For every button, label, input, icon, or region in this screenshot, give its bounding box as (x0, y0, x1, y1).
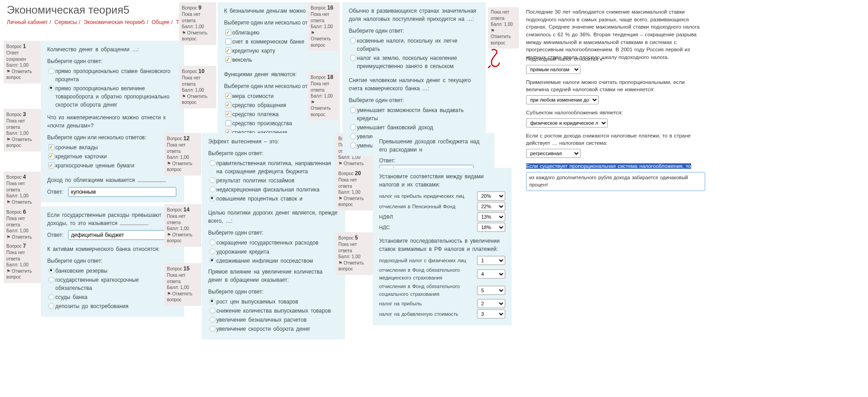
checkbox[interactable] (49, 153, 54, 159)
qbox-18: Вопрос 18 Пока нет ответаБалл: 1,00 Отме… (308, 72, 339, 120)
flag-q16[interactable]: Отметить вопрос (311, 30, 336, 49)
radio[interactable] (210, 160, 215, 166)
flag-q18[interactable]: Отметить вопрос (311, 99, 336, 118)
qbox-14: Вопрос 14 Пока нет ответаБалл: 1,00 Отме… (164, 204, 201, 247)
text-passage: Последние 30 лет наблюдается снижение ма… (526, 8, 705, 61)
qbox-16: Вопрос 16 Пока нет ответаБалл: 1,00 Отме… (308, 2, 339, 51)
match-sel[interactable]: 20% (477, 191, 505, 201)
radio[interactable] (350, 133, 356, 139)
radio[interactable] (350, 124, 356, 130)
flag-q1[interactable]: Отметить вопрос (6, 69, 38, 81)
answer-q6[interactable] (68, 230, 176, 240)
radio[interactable] (49, 277, 54, 283)
radio[interactable] (350, 38, 356, 44)
radio[interactable] (210, 186, 215, 192)
radio[interactable] (350, 107, 356, 113)
page-title: Экономическая теория5 (7, 4, 129, 16)
dd-4[interactable]: регрессивная (526, 149, 580, 158)
seq-sel[interactable]: 2 (477, 299, 505, 308)
radio[interactable] (210, 240, 215, 245)
qbox-20: Вопрос 20 Пока нет ответаБалл: 1,00 Отме… (336, 168, 373, 211)
flag-q12[interactable]: Отметить вопрос (167, 161, 199, 173)
radio[interactable] (49, 268, 54, 274)
radio[interactable] (210, 177, 215, 183)
qbox-12: Вопрос 12 Пока нет ответаБалл: 1,00 Отме… (164, 133, 201, 176)
flag-q20[interactable]: Отметить вопрос (338, 196, 370, 208)
radio[interactable] (210, 249, 215, 255)
radio[interactable] (210, 317, 215, 323)
answer-box: из каждого дополнительного рубля дохода … (526, 172, 705, 191)
crumb-0[interactable]: Личный кабинет (7, 19, 48, 25)
radio[interactable] (350, 142, 356, 148)
checkbox[interactable] (225, 111, 231, 117)
flag-x[interactable]: Отметить вопрос (491, 28, 516, 46)
dd-2[interactable]: при любом изменении дохода (526, 95, 599, 104)
flag-q3[interactable]: Отметить вопрос (6, 137, 38, 149)
qbox-1: Вопрос 1 Ответ сохраненБалл: 1,00 Отмети… (4, 41, 41, 83)
match-sel[interactable]: 13% (477, 212, 505, 221)
flag-q9[interactable]: Отметить вопрос (182, 30, 214, 42)
match-sel[interactable]: 22% (477, 202, 505, 211)
flag-q7[interactable]: Отметить вопрос (6, 268, 38, 280)
card-q15: Прямое влияние на увеличение количества … (202, 263, 345, 339)
seq-sel[interactable]: 1 (477, 256, 505, 265)
qbox-3: Вопрос 3 Пока нет ответаБалл: 1,00 Отмет… (4, 109, 41, 152)
card-q7: К активам коммерческого банка относятся:… (41, 240, 184, 317)
seq-sel[interactable]: 4 (477, 270, 505, 279)
radio[interactable] (210, 299, 215, 304)
qbox-x: Пока нет ответаБалл: 1,00 Отметить вопро… (488, 7, 519, 49)
highlighted-text: Если существует пропорциональная система… (526, 163, 691, 169)
qbox-10: Вопрос 10 Пока нет ответаБалл: 1,00 Отме… (179, 66, 216, 108)
radio[interactable] (49, 303, 54, 309)
checkbox[interactable] (225, 102, 231, 108)
checkbox[interactable] (225, 29, 231, 35)
checkbox[interactable] (49, 162, 54, 168)
card-q6: Если государственные расходы превышают д… (41, 206, 184, 245)
dropdown-block: Подоходный налог относится к: прямым нал… (526, 55, 705, 191)
flag-q14[interactable]: Отметить вопрос (167, 232, 199, 244)
radio[interactable] (350, 55, 356, 61)
crumb-3[interactable]: Общее (151, 19, 169, 25)
flag-q10[interactable]: Отметить вопрос (182, 93, 214, 106)
crumb-1[interactable]: Сервисы (54, 19, 77, 25)
checkbox[interactable] (49, 144, 54, 150)
radio[interactable] (210, 196, 215, 201)
checkbox[interactable] (225, 39, 231, 44)
flag-q15[interactable]: Отметить вопрос (167, 291, 199, 303)
radio[interactable] (49, 85, 54, 91)
answer-q4[interactable] (68, 187, 176, 197)
dd-1[interactable]: прямым налогам (526, 65, 580, 74)
seq-sel[interactable]: 3 (477, 309, 505, 319)
flag-q5[interactable]: Отметить вопрос (338, 260, 370, 272)
radio[interactable] (49, 294, 54, 300)
qbox-7: Вопрос 7 Пока нет ответаБалл: 1,00 Отмет… (4, 240, 41, 283)
card-q5: Установите последовательность в увеличен… (373, 232, 512, 325)
card-q4: Доход по облигациям называется . Ответ: (41, 172, 184, 202)
qbox-15: Вопрос 15 Пока нет ответаБалл: 1,00 Отме… (164, 263, 201, 306)
dd-3[interactable]: физическое и юридическое лицо (526, 118, 608, 127)
radio[interactable] (49, 68, 54, 74)
seq-sel[interactable]: 5 (477, 286, 505, 295)
checkbox[interactable] (225, 93, 231, 99)
checkbox[interactable] (225, 120, 231, 126)
checkbox[interactable] (225, 57, 231, 63)
qbox-9: Вопрос 9 Пока нет ответаБалл: 1,00 Отмет… (179, 2, 216, 45)
radio[interactable] (210, 308, 215, 314)
radio[interactable] (210, 326, 215, 332)
scribble-icon (488, 48, 501, 68)
checkbox[interactable] (225, 48, 231, 54)
qbox-5: Вопрос 5 Пока нет ответаБалл: 1,00 Отмет… (336, 232, 373, 275)
breadcrumb: Личный кабинет/ Сервисы/ Экономическая т… (7, 19, 192, 25)
crumb-2[interactable]: Экономическая теория5 (83, 19, 145, 25)
match-sel[interactable]: 18% (477, 223, 505, 232)
